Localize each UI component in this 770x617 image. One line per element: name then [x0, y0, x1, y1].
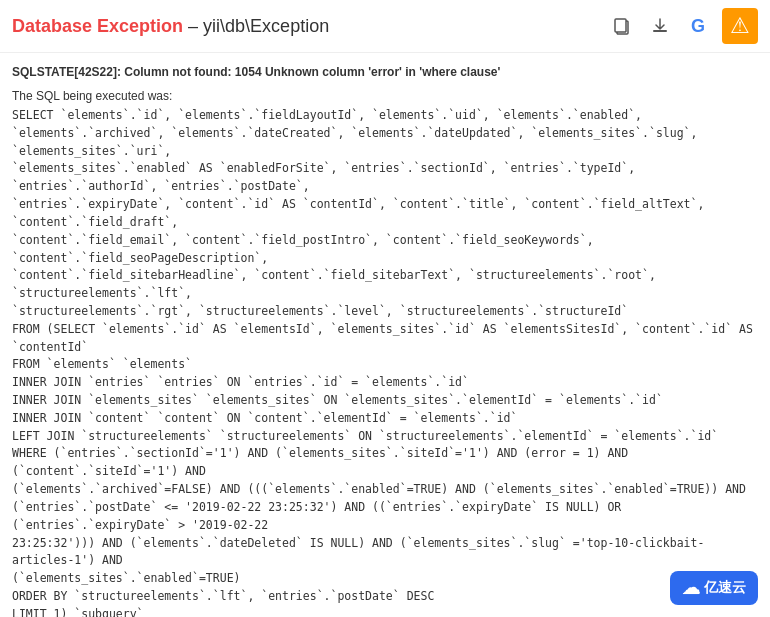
error-title-main: Database Exception — [12, 16, 183, 36]
header-icons: G ⚠ — [608, 8, 758, 44]
logo-label: 亿速云 — [704, 579, 746, 597]
copy-icon[interactable] — [608, 12, 636, 40]
error-title-sep: – — [188, 16, 203, 36]
google-icon[interactable]: G — [684, 12, 712, 40]
main-content: SQLSTATE[42S22]: Column not found: 1054 … — [0, 53, 770, 617]
sql-executed-label: The SQL being executed was: — [12, 87, 758, 105]
sqlstate-error: SQLSTATE[42S22]: Column not found: 1054 … — [12, 63, 758, 81]
sql-block: SELECT `elements`.`id`, `elements`.`fiel… — [12, 107, 758, 617]
error-title-path: yii\db\Exception — [203, 16, 329, 36]
page-title: Database Exception – yii\db\Exception — [12, 16, 329, 37]
logo-bottom[interactable]: ☁ 亿速云 — [670, 571, 758, 605]
logo-icon: ☁ — [682, 577, 700, 599]
warning-icon: ⚠ — [722, 8, 758, 44]
svg-rect-1 — [615, 19, 626, 32]
header: Database Exception – yii\db\Exception G … — [0, 0, 770, 53]
svg-rect-2 — [653, 30, 667, 32]
download-icon[interactable] — [646, 12, 674, 40]
